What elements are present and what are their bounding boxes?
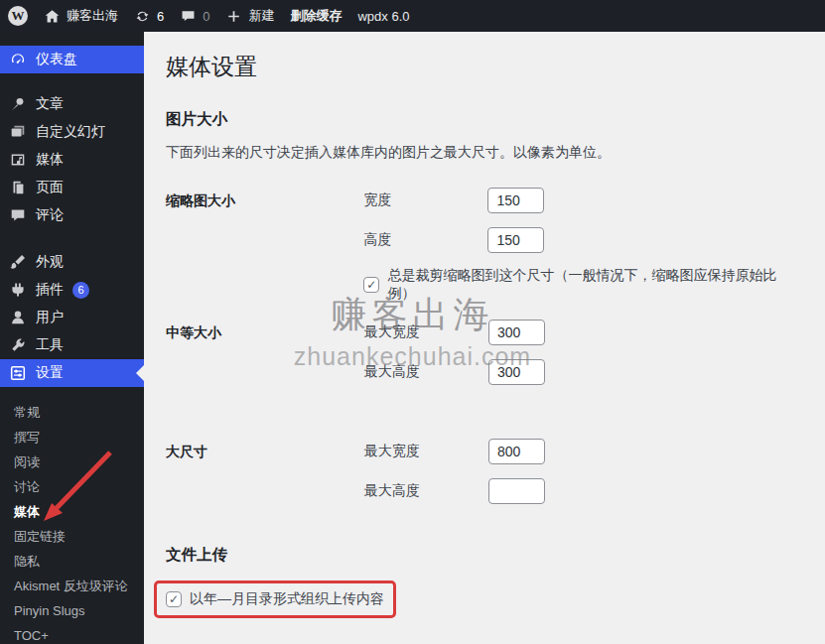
submenu-item-general[interactable]: 常规 <box>0 400 144 425</box>
thumbnail-height-label: 高度 <box>363 231 487 249</box>
admin-sidebar: 仪表盘 文章 自定义幻灯 媒体 页面 评论 <box>0 32 144 644</box>
wordpress-logo-icon: W <box>8 6 28 26</box>
paintbrush-icon <box>9 253 27 271</box>
page-title: 媒体设置 <box>166 52 803 82</box>
menu-separator <box>0 229 144 248</box>
clear-cache-button[interactable]: 删除缓存 <box>282 0 349 32</box>
new-content-label: 新建 <box>248 7 274 25</box>
organize-uploads-label: 以年—月目录形式组织上传内容 <box>190 590 384 608</box>
site-home-link[interactable]: 赚客出海 <box>36 0 126 32</box>
large-max-height-label: 最大高度 <box>364 482 488 500</box>
sidebar-item-settings[interactable]: 设置 <box>0 359 144 387</box>
sidebar-item-pages[interactable]: 页面 <box>0 174 144 201</box>
sidebar-label-media: 媒体 <box>36 151 64 169</box>
sidebar-label-pages: 页面 <box>36 179 64 196</box>
large-size-label: 大尺寸 <box>166 439 364 518</box>
thumbnail-width-input[interactable] <box>487 188 544 213</box>
update-count: 6 <box>157 9 164 24</box>
thumbnail-height-input[interactable] <box>487 227 544 253</box>
media-settings-content: 媒体设置 图片大小 下面列出来的尺寸决定插入媒体库内的图片之最大尺寸。以像素为单… <box>144 32 825 644</box>
media-icon <box>9 151 27 169</box>
medium-max-height-input[interactable] <box>488 359 545 385</box>
wordpress-menu-button[interactable]: W <box>0 0 36 32</box>
sidebar-item-plugins[interactable]: 插件 6 <box>0 276 144 304</box>
submenu-item-discussion[interactable]: 讨论 <box>0 474 144 499</box>
sidebar-item-tools[interactable]: 工具 <box>0 331 144 359</box>
sidebar-item-dashboard[interactable]: 仪表盘 <box>0 46 144 73</box>
sidebar-item-media[interactable]: 媒体 <box>0 146 144 174</box>
sidebar-item-comments[interactable]: 评论 <box>0 201 144 229</box>
medium-max-width-input[interactable] <box>488 320 545 345</box>
dashboard-gauge-icon <box>9 51 27 68</box>
comments-link[interactable]: 0 <box>172 0 217 32</box>
sidebar-label-posts: 文章 <box>36 95 64 113</box>
sidebar-item-custom-slides[interactable]: 自定义幻灯 <box>0 118 144 146</box>
sidebar-label-users: 用户 <box>36 309 64 326</box>
settings-submenu: 常规 撰写 阅读 讨论 媒体 固定链接 隐私 Akismet 反垃圾评论 Pin… <box>0 387 144 644</box>
submenu-item-toc[interactable]: TOC+ <box>0 623 144 644</box>
uploading-files-heading: 文件上传 <box>166 545 803 566</box>
current-menu-arrow <box>128 365 144 381</box>
pushpin-icon <box>9 95 27 113</box>
wpdx-version-label: wpdx 6.0 <box>357 9 409 24</box>
wordpress-admin-page: W 赚客出海 6 0 新建 删除缓存 wpdx 6.0 仪表盘 <box>0 0 825 644</box>
plus-icon <box>225 8 242 25</box>
submenu-item-permalinks[interactable]: 固定链接 <box>0 524 144 549</box>
updates-icon <box>134 8 151 25</box>
submenu-item-media[interactable]: 媒体 <box>0 499 144 524</box>
crop-thumbnail-checkbox[interactable] <box>363 277 379 293</box>
comment-bubble-icon <box>180 8 197 25</box>
new-content-button[interactable]: 新建 <box>217 0 282 32</box>
home-icon <box>44 8 61 25</box>
user-icon <box>9 309 27 326</box>
large-max-height-input[interactable] <box>488 478 545 504</box>
wrench-icon <box>9 336 27 354</box>
submenu-item-writing[interactable]: 撰写 <box>0 425 144 450</box>
pages-icon <box>9 179 27 196</box>
submenu-item-pinyin-slugs[interactable]: Pinyin Slugs <box>0 598 144 623</box>
plugin-icon <box>9 281 27 299</box>
submenu-item-privacy[interactable]: 隐私 <box>0 549 144 574</box>
sidebar-label-custom-slides: 自定义幻灯 <box>36 123 105 141</box>
sidebar-item-users[interactable]: 用户 <box>0 304 144 331</box>
wpdx-version-menu[interactable]: wpdx 6.0 <box>349 0 417 32</box>
sidebar-label-comments: 评论 <box>36 206 64 224</box>
organize-uploads-checkbox[interactable] <box>166 591 182 607</box>
plugin-update-badge: 6 <box>72 282 89 299</box>
sidebar-label-settings: 设置 <box>36 364 64 382</box>
submenu-item-reading[interactable]: 阅读 <box>0 450 144 474</box>
medium-max-height-label: 最大高度 <box>364 363 488 381</box>
clear-cache-label: 删除缓存 <box>290 7 342 25</box>
medium-max-width-label: 最大宽度 <box>364 323 488 341</box>
medium-size-label: 中等大小 <box>166 320 364 439</box>
sidebar-item-appearance[interactable]: 外观 <box>0 248 144 276</box>
sidebar-label-tools: 工具 <box>36 336 64 354</box>
comment-count: 0 <box>203 9 209 24</box>
settings-sliders-icon <box>9 364 27 382</box>
image-sizes-description: 下面列出来的尺寸决定插入媒体库内的图片之最大尺寸。以像素为单位。 <box>166 144 803 162</box>
sidebar-item-posts[interactable]: 文章 <box>0 90 144 118</box>
submenu-item-akismet[interactable]: Akismet 反垃圾评论 <box>0 574 144 598</box>
menu-separator <box>0 73 144 90</box>
updates-link[interactable]: 6 <box>126 0 172 32</box>
organize-uploads-row: 以年—月目录形式组织上传内容 <box>154 580 396 618</box>
thumbnail-size-label: 缩略图大小 <box>166 188 363 320</box>
sidebar-label-plugins: 插件 <box>36 281 64 299</box>
slides-icon <box>9 123 27 141</box>
large-max-width-input[interactable] <box>488 439 545 464</box>
image-sizes-heading: 图片大小 <box>166 109 803 130</box>
comments-icon <box>9 206 27 224</box>
large-max-width-label: 最大宽度 <box>364 443 488 460</box>
admin-top-bar: W 赚客出海 6 0 新建 删除缓存 wpdx 6.0 <box>0 0 825 32</box>
crop-thumbnail-label: 总是裁剪缩略图到这个尺寸（一般情况下，缩略图应保持原始比例） <box>387 267 803 303</box>
thumbnail-width-label: 宽度 <box>363 192 487 209</box>
sidebar-label-appearance: 外观 <box>36 253 64 271</box>
site-name: 赚客出海 <box>67 7 118 25</box>
sidebar-label-dashboard: 仪表盘 <box>36 51 77 68</box>
